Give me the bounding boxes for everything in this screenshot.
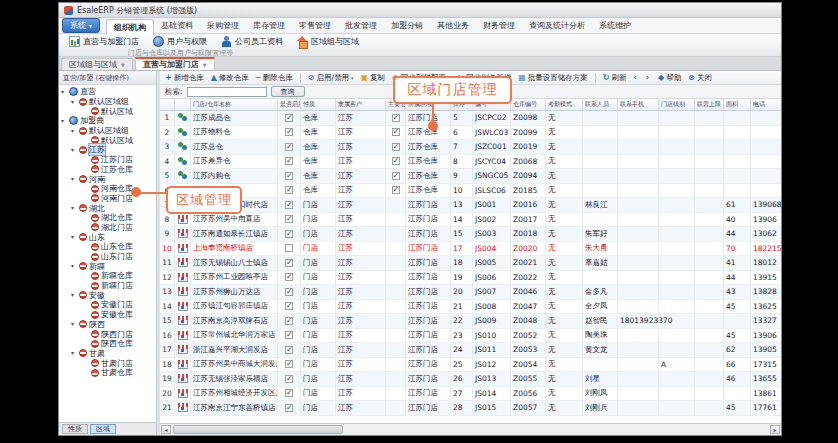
menu-tab[interactable]: 系统维护: [592, 18, 638, 34]
expand-caret-icon[interactable]: ▾: [71, 128, 77, 134]
tree-item[interactable]: ▾ 湖北门店: [59, 223, 156, 233]
toolbar-button[interactable]: ─ 删除仓库 ▾: [256, 73, 293, 83]
col-name[interactable]: 门店/仓库名称: [191, 99, 278, 110]
tree-item[interactable]: ▾ 河南门店: [59, 194, 156, 204]
col-area[interactable]: 面积: [724, 99, 751, 110]
enabled-checkbox[interactable]: [285, 230, 293, 238]
ribbon-button[interactable]: 直营与加盟门店: [64, 35, 144, 48]
menu-tab[interactable]: 采购管理: [200, 18, 246, 34]
enabled-checkbox[interactable]: [285, 273, 293, 281]
scroll-right-arrow[interactable]: ▸: [770, 425, 780, 434]
menu-tab[interactable]: 加盟分销: [384, 18, 430, 34]
menu-tab[interactable]: 其他业务: [430, 18, 476, 34]
menu-tab[interactable]: 组织机构: [106, 19, 154, 35]
toolbar-button[interactable]: ▲ 修改仓库 ▾: [211, 73, 249, 83]
table-row[interactable]: 8 江苏苏州吴中甪直店 门店 江苏: [160, 213, 781, 228]
system-menu-button[interactable]: 系统 ▾: [62, 18, 100, 33]
toolbar-button[interactable]: ▦ 批量设置储存方案 ▾: [518, 73, 588, 83]
expand-caret-icon[interactable]: ▾: [71, 321, 77, 327]
table-row[interactable]: 11 江苏无锡锡山八士镇店 门店 江苏: [160, 256, 781, 271]
expand-caret-icon[interactable]: ▾: [71, 99, 77, 105]
main-warehouse-checkbox[interactable]: [392, 157, 400, 165]
main-warehouse-checkbox[interactable]: [392, 143, 400, 151]
ribbon-button[interactable]: 区域组与区域: [292, 35, 364, 48]
expand-caret-icon[interactable]: ▾: [71, 263, 77, 269]
enabled-checkbox[interactable]: [285, 389, 293, 397]
menu-tab[interactable]: 库存管理: [246, 18, 292, 34]
table-row[interactable]: 10 上海奉贤南桥镇店 门店 江苏: [160, 242, 781, 257]
enabled-checkbox[interactable]: [285, 317, 293, 325]
toolbar-button[interactable]: ⊘ 启用/禁用 ▾: [308, 73, 354, 83]
search-input[interactable]: [187, 87, 267, 97]
toolbar-button[interactable]: ↻ 刷新 ▾: [603, 73, 627, 83]
enabled-checkbox[interactable]: [285, 375, 293, 383]
ribbon-button[interactable]: 用户与权限: [148, 35, 212, 48]
table-row[interactable]: 3 江苏总仓 仓库 江苏: [160, 140, 781, 155]
expand-caret-icon[interactable]: ▾: [71, 234, 77, 240]
enabled-checkbox[interactable]: [285, 201, 293, 209]
col-mobile[interactable]: 联系手机: [618, 99, 659, 110]
toolbar-button[interactable]: ▾: [595, 73, 596, 83]
enabled-checkbox[interactable]: [285, 128, 293, 136]
table-row[interactable]: 12 江苏苏州工业园唯亭店 门店 江苏: [160, 271, 781, 286]
col-warehouse-code[interactable]: 仓库编号: [511, 99, 546, 110]
table-row[interactable]: 20 江苏苏州相城经济开发区店 门店 江苏: [160, 387, 781, 402]
menu-tab[interactable]: 财务管理: [476, 18, 522, 34]
enabled-checkbox[interactable]: [285, 143, 293, 151]
col-store-level[interactable]: 门店级别: [659, 99, 695, 110]
enabled-checkbox[interactable]: [285, 114, 293, 122]
col-enabled[interactable]: 是否启用: [278, 99, 301, 110]
tree-item[interactable]: ▾ 安徽仓库: [59, 310, 156, 320]
enabled-checkbox[interactable]: [285, 331, 293, 339]
expand-caret-icon[interactable]: ▾: [71, 176, 77, 182]
tree-mode-tab[interactable]: 区域: [90, 424, 116, 434]
enabled-checkbox[interactable]: [285, 186, 293, 194]
toolbar-button[interactable]: ▣ 复制 ▾: [360, 73, 385, 83]
table-row[interactable]: 4 江苏差异仓 仓库 江苏: [160, 155, 781, 170]
tree-item[interactable]: ▾ 陕西仓库: [59, 339, 156, 349]
col-contact[interactable]: 联系人员: [583, 99, 618, 110]
col-phone[interactable]: 电话: [751, 99, 781, 110]
col-joint-limit[interactable]: 联营上限: [695, 99, 724, 110]
enabled-checkbox[interactable]: [285, 360, 293, 368]
main-warehouse-checkbox[interactable]: [392, 186, 400, 194]
enabled-checkbox[interactable]: [285, 244, 293, 252]
menu-tab[interactable]: 查询及统计分析: [522, 18, 592, 34]
toolbar-button[interactable]: + 新增仓库 ▾: [165, 73, 204, 83]
enabled-checkbox[interactable]: [285, 346, 293, 354]
document-tab[interactable]: 区域组与区域 ▼: [61, 58, 133, 70]
toolbar-button[interactable]: › ▾: [646, 74, 651, 82]
table-row[interactable]: 9 江苏南通如皋长江镇店 门店 江苏: [160, 227, 781, 242]
main-warehouse-checkbox[interactable]: [392, 114, 400, 122]
table-row[interactable]: 5 江苏内购仓 仓库 江苏: [160, 169, 781, 184]
enabled-checkbox[interactable]: [285, 404, 293, 412]
scrollbar-thumb[interactable]: [173, 425, 343, 434]
enabled-checkbox[interactable]: [285, 259, 293, 267]
main-warehouse-checkbox[interactable]: [392, 172, 400, 180]
expand-caret-icon[interactable]: ▾: [61, 89, 67, 95]
toolbar-button[interactable]: ‹ ▾: [633, 74, 638, 82]
menu-tab[interactable]: 基础资料: [154, 18, 200, 34]
enabled-checkbox[interactable]: [285, 157, 293, 165]
table-row[interactable]: 21 江苏南京江宁东善桥镇店 门店 江苏: [160, 401, 781, 416]
enabled-checkbox[interactable]: [285, 172, 293, 180]
document-tab[interactable]: 直营与加盟门店 ▼: [135, 57, 215, 70]
expand-caret-icon[interactable]: ▾: [71, 350, 77, 356]
tree-item[interactable]: ▾ 山东门店: [59, 252, 156, 262]
table-row[interactable]: 18 江苏苏州吴中商城大润发店 门店 江苏: [160, 358, 781, 373]
table-row[interactable]: 19 江苏无锡张泾家乐福店 门店 江苏: [160, 372, 781, 387]
tree-mode-tab[interactable]: 性质: [62, 424, 88, 434]
tree-item[interactable]: ▾ 甘肃仓库: [59, 368, 156, 378]
toolbar-button[interactable]: ▾: [300, 73, 301, 83]
menu-tab[interactable]: 批发管理: [338, 18, 384, 34]
table-row[interactable]: 7 江苏南京新街口时代店 门店 江苏: [160, 198, 781, 213]
tree-item[interactable]: ▾ 默认区域: [59, 106, 156, 116]
ribbon-button[interactable]: 公司员工资料: [216, 35, 288, 48]
expand-caret-icon[interactable]: ▾: [71, 147, 77, 153]
col-customer[interactable]: 隶属客户: [336, 99, 386, 110]
menu-tab[interactable]: 零售管理: [292, 18, 338, 34]
table-row[interactable]: 17 浙江嘉兴平湖大润发店 门店 江苏: [160, 343, 781, 358]
table-row[interactable]: 14 江苏镇江句容郭庄镇店 门店 江苏: [160, 300, 781, 315]
col-type[interactable]: 性质: [301, 99, 336, 110]
col-attendance[interactable]: 考勤模式: [546, 99, 583, 110]
